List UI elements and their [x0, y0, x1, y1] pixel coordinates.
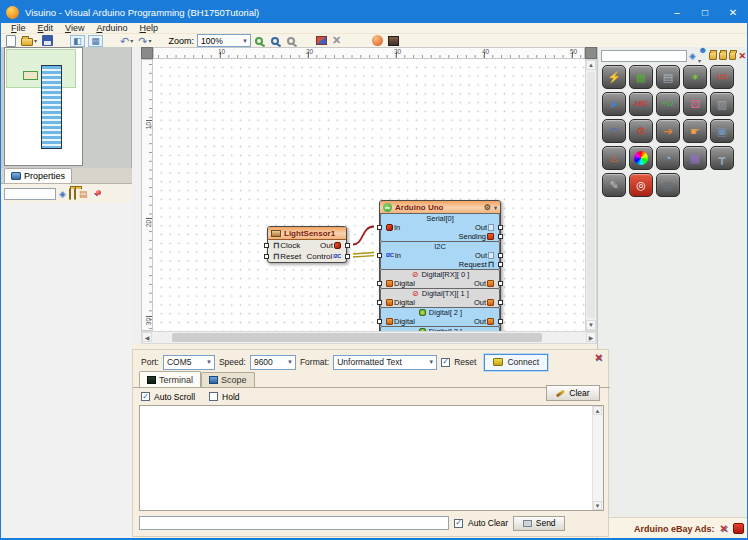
port-combobox[interactable]: COM5▼: [163, 355, 215, 370]
new-folder-icon[interactable]: [709, 52, 717, 60]
redo-button[interactable]: ↷▾: [137, 34, 152, 47]
horizontal-scrollbar[interactable]: ◀ ▶: [141, 331, 597, 344]
pin-row[interactable]: ⊓ClockOut: [268, 240, 346, 251]
scroll-left-icon[interactable]: ◀: [142, 332, 152, 342]
upload-button[interactable]: [387, 34, 400, 47]
close-button[interactable]: ✕: [719, 1, 747, 23]
send-button[interactable]: Send: [513, 516, 565, 531]
scroll-up-icon[interactable]: ▲: [586, 60, 596, 70]
arduino-section-3[interactable]: ⊘Digital[TX][ 1 ]DigitalOut: [380, 288, 500, 308]
arduino-section-4[interactable]: Digital[ 2 ]DigitalOut: [380, 307, 500, 327]
zoom-reset-button[interactable]: [270, 34, 283, 47]
pin-row[interactable]: DigitalOut: [381, 298, 499, 307]
pin-connector[interactable]: [377, 225, 382, 230]
palette-memory-button[interactable]: ▥: [710, 92, 734, 116]
menu-file[interactable]: File: [5, 23, 32, 33]
clear-search-icon[interactable]: ✕: [738, 51, 746, 61]
i2c-wire-b[interactable]: [353, 256, 374, 257]
palette-gesture-button[interactable]: ☛: [683, 119, 707, 143]
palette-chip-button[interactable]: ▦: [683, 146, 707, 170]
lightsensor-header[interactable]: LightSensor1: [268, 227, 346, 240]
pin-row[interactable]: Sending: [381, 232, 499, 241]
save-button[interactable]: [41, 34, 54, 47]
arduino-section-2[interactable]: ⊘Digital[RX][ 0 ]DigitalOut: [380, 269, 500, 289]
overview-thumbnail[interactable]: [4, 47, 83, 166]
clear-button[interactable]: Clear: [546, 385, 600, 401]
menu-edit[interactable]: Edit: [32, 23, 60, 33]
filter-icon[interactable]: ◈: [689, 51, 696, 61]
maximize-button[interactable]: □: [691, 1, 719, 23]
palette-display-button[interactable]: ▣: [710, 119, 734, 143]
palette-spline-button[interactable]: ◠: [602, 119, 626, 143]
scroll-up-icon[interactable]: ▲: [593, 406, 602, 415]
pin-connector[interactable]: [345, 254, 350, 259]
pin-connector[interactable]: [498, 234, 503, 239]
serial-wire[interactable]: [353, 227, 374, 245]
folder-up-icon[interactable]: [719, 52, 727, 60]
ads-close-icon[interactable]: ✕: [720, 523, 728, 534]
hold-checkbox[interactable]: [209, 392, 218, 401]
tab-terminal[interactable]: Terminal: [139, 371, 201, 387]
chevron-down-icon[interactable]: ▼: [204, 359, 214, 365]
undo-dropdown-icon[interactable]: ▾: [130, 37, 133, 44]
menu-arduino[interactable]: Arduino: [90, 23, 133, 33]
horizontal-scroll-thumb[interactable]: [172, 333, 542, 342]
pin-connector[interactable]: [377, 300, 382, 305]
palette-text-abc-button[interactable]: ABC: [629, 92, 653, 116]
pin-connector[interactable]: [377, 253, 382, 258]
folder-icon[interactable]: [729, 52, 737, 60]
wrench-icon[interactable]: ⚙: [484, 203, 491, 212]
palette-search-input[interactable]: [601, 50, 687, 62]
view-designer-button[interactable]: ◧: [70, 35, 85, 47]
help-button[interactable]: [371, 34, 384, 47]
auto-clear-checkbox[interactable]: [454, 519, 463, 528]
pin-row[interactable]: I2CInOut: [381, 251, 499, 260]
palette-keyboard-button[interactable]: ▤: [656, 173, 680, 197]
reset-checkbox[interactable]: [441, 358, 450, 367]
palette-file-gear-button[interactable]: ✎: [602, 173, 626, 197]
palette-time-button[interactable]: ◔: [656, 146, 680, 170]
expand-folders-icon[interactable]: [69, 189, 71, 199]
pin-connector[interactable]: [264, 254, 269, 259]
pin-row[interactable]: ⊓ResetControlI2C: [268, 251, 346, 262]
palette-flame-button[interactable]: ♨: [602, 146, 626, 170]
pin-row[interactable]: Request⊓: [381, 260, 499, 269]
pin-connector[interactable]: [498, 281, 503, 286]
scroll-down-icon[interactable]: ▼: [593, 501, 602, 510]
new-button[interactable]: [5, 34, 17, 47]
pin-connector[interactable]: [264, 243, 269, 248]
vertical-scrollbar[interactable]: ▲ ▼: [585, 59, 597, 331]
arduino-section-1[interactable]: I2CI2CInOutRequest⊓: [380, 241, 500, 270]
palette-vehicle-button[interactable]: ➤: [602, 92, 626, 116]
pin-connector[interactable]: [498, 262, 503, 267]
palette-connections-button[interactable]: ✶: [683, 65, 707, 89]
zoom-out-button[interactable]: [286, 34, 299, 47]
palette-math-button[interactable]: +12: [656, 92, 680, 116]
pin-connector[interactable]: [498, 300, 503, 305]
i2c-wire-a[interactable]: [353, 253, 374, 255]
properties-search-input[interactable]: [4, 188, 56, 200]
design-canvas[interactable]: LightSensor1 ⊓ClockOut⊓ResetControlI2C ∞…: [153, 59, 585, 331]
format-combobox[interactable]: Unformatted Text▼: [333, 355, 437, 370]
speed-combobox[interactable]: 9600▼: [250, 355, 296, 370]
pin-icon[interactable]: [94, 190, 102, 198]
scroll-down-icon[interactable]: ▼: [586, 320, 596, 330]
pin-connector[interactable]: [377, 319, 382, 324]
packages-button[interactable]: [315, 34, 328, 47]
collapse-folders-icon[interactable]: [74, 189, 76, 199]
zoom-in-button[interactable]: [254, 34, 267, 47]
delete-button[interactable]: ✕: [331, 34, 342, 47]
chevron-down-icon[interactable]: ▾: [494, 204, 497, 211]
wizard-icon[interactable]: ☻▾: [698, 45, 707, 66]
palette-power-button[interactable]: ◎: [629, 173, 653, 197]
palette-colors-button[interactable]: [629, 146, 653, 170]
chevron-down-icon[interactable]: ▾: [698, 58, 701, 64]
undo-button[interactable]: ↶▾: [119, 34, 134, 47]
pin-connector[interactable]: [498, 225, 503, 230]
tab-properties[interactable]: Properties: [4, 168, 72, 183]
zoom-combobox[interactable]: 100%▼: [197, 34, 251, 47]
menu-view[interactable]: View: [59, 23, 90, 33]
palette-valve-button[interactable]: ┳: [710, 146, 734, 170]
pin-connector[interactable]: [345, 243, 350, 248]
filter-icon[interactable]: ◈: [59, 189, 66, 199]
